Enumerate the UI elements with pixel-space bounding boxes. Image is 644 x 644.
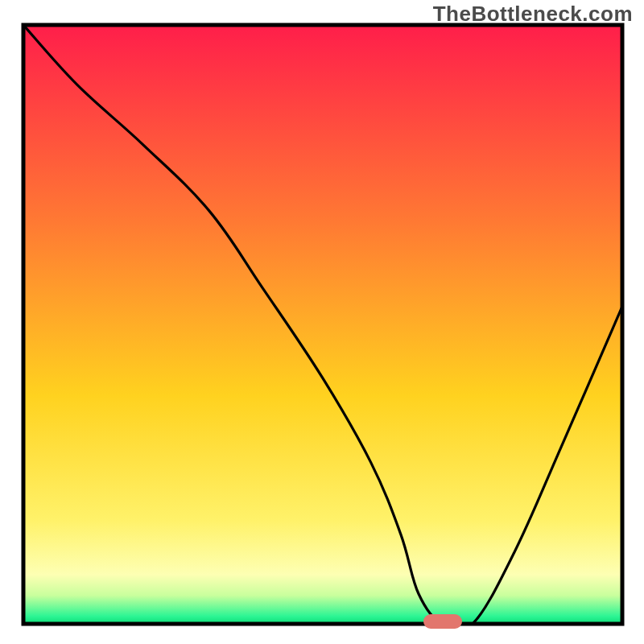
chart-stage: TheBottleneck.com bbox=[0, 0, 644, 644]
optimal-marker-pill bbox=[423, 614, 462, 629]
bottleneck-chart bbox=[0, 0, 644, 644]
watermark-text: TheBottleneck.com bbox=[433, 2, 633, 27]
gradient-background bbox=[25, 27, 621, 622]
